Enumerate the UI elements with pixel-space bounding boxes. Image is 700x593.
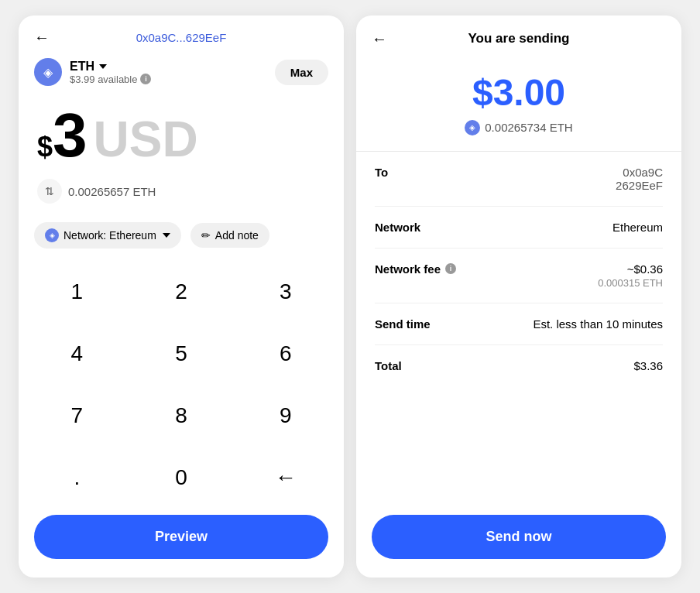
network-fee-label: Network fee i <box>375 262 456 276</box>
pencil-icon: ✏ <box>201 229 211 242</box>
numpad-3[interactable]: 3 <box>233 261 338 323</box>
sending-usd-amount: $3.00 <box>472 73 565 114</box>
add-note-label: Add note <box>215 229 259 242</box>
token-row: ◈ ETH $3.99 available i Max <box>19 52 344 92</box>
eth-logo-icon: ◈ <box>34 58 62 86</box>
total-value: $3.36 <box>633 359 663 372</box>
network-button[interactable]: ◈ Network: Ethereum <box>34 222 181 249</box>
preview-button[interactable]: Preview <box>34 515 328 559</box>
sending-amount-section: $3.00 ◈ 0.00265734 ETH <box>356 54 681 152</box>
network-row: Network Ethereum <box>375 207 663 249</box>
to-label: To <box>375 166 388 179</box>
numpad-0[interactable]: 0 <box>129 447 234 509</box>
network-detail-value: Ethereum <box>612 221 663 234</box>
network-fee-eth: 0.000315 ETH <box>598 277 663 289</box>
token-name[interactable]: ETH <box>70 60 151 74</box>
numpad-9[interactable]: 9 <box>233 385 338 447</box>
numpad: 1 2 3 4 5 6 7 8 9 . 0 ← <box>19 261 344 509</box>
numpad-4[interactable]: 4 <box>25 323 129 385</box>
to-row: To 0x0a9C 2629EeF <box>375 152 663 207</box>
send-now-button[interactable]: Send now <box>372 515 666 559</box>
numpad-dot[interactable]: . <box>25 447 129 509</box>
send-time-row: Send time Est. less than 10 minutes <box>375 303 663 345</box>
fee-info-icon[interactable]: i <box>445 263 456 274</box>
swap-icon[interactable]: ⇅ <box>37 179 62 204</box>
sending-eth-icon: ◈ <box>465 120 480 135</box>
network-eth-icon: ◈ <box>45 228 59 242</box>
sending-eth-amount: ◈ 0.00265734 ETH <box>465 120 572 135</box>
network-dropdown-icon <box>163 233 170 238</box>
send-time-label: Send time <box>375 317 431 331</box>
token-info: ◈ ETH $3.99 available i <box>34 58 151 86</box>
confirm-screen: ← You are sending $3.00 ◈ 0.00265734 ETH… <box>356 15 681 578</box>
network-detail-label: Network <box>375 221 420 234</box>
numpad-2[interactable]: 2 <box>129 261 234 323</box>
amount-currency: USD <box>94 115 198 164</box>
network-fee-value-group: ~$0.36 0.000315 ETH <box>598 262 663 289</box>
numpad-backspace[interactable]: ← <box>233 447 338 509</box>
options-row: ◈ Network: Ethereum ✏ Add note <box>19 216 344 261</box>
token-text: ETH $3.99 available i <box>70 60 151 85</box>
numpad-1[interactable]: 1 <box>25 261 129 323</box>
total-label: Total <box>375 359 402 372</box>
network-label: Network: Ethereum <box>63 229 156 242</box>
network-fee-value: ~$0.36 <box>598 262 663 276</box>
amount-display: $ 3 USD <box>19 92 344 173</box>
total-row: Total $3.36 <box>375 345 663 386</box>
numpad-6[interactable]: 6 <box>233 323 338 385</box>
amount-number: 3 <box>53 105 88 166</box>
to-address: 0x0a9C 2629EeF <box>616 166 663 192</box>
add-note-button[interactable]: ✏ Add note <box>190 223 269 248</box>
left-header: ← 0x0a9C...629EeF <box>19 15 344 52</box>
wallet-address[interactable]: 0x0a9C...629EeF <box>136 31 227 44</box>
transaction-details: To 0x0a9C 2629EeF Network Ethereum Netwo… <box>356 152 681 509</box>
max-button[interactable]: Max <box>275 60 328 85</box>
numpad-5[interactable]: 5 <box>129 323 234 385</box>
page-title: You are sending <box>468 31 570 46</box>
info-icon[interactable]: i <box>140 74 151 84</box>
network-fee-row: Network fee i ~$0.36 0.000315 ETH <box>375 249 663 303</box>
token-dropdown-icon <box>99 64 107 69</box>
send-time-value: Est. less than 10 minutes <box>533 317 663 331</box>
left-back-button[interactable]: ← <box>34 29 50 46</box>
eth-equivalent-row: ⇅ 0.00265657 ETH <box>19 173 344 216</box>
right-back-button[interactable]: ← <box>372 30 387 48</box>
numpad-7[interactable]: 7 <box>25 385 129 447</box>
numpad-8[interactable]: 8 <box>129 385 234 447</box>
right-header: ← You are sending <box>356 15 681 54</box>
token-available: $3.99 available i <box>70 74 151 85</box>
eth-amount-text: 0.00265657 ETH <box>68 185 156 198</box>
send-screen: ← 0x0a9C...629EeF ◈ ETH $3.99 available … <box>19 15 344 578</box>
dollar-sign: $ <box>37 131 53 163</box>
